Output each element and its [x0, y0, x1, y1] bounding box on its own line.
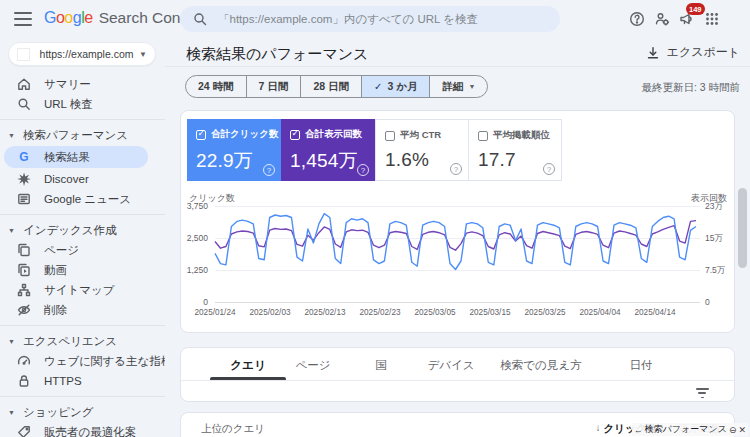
sidebar-item-label: ページ [44, 243, 79, 258]
divider [181, 380, 734, 381]
performance-line-chart[interactable] [215, 206, 696, 302]
url-inspect-input[interactable] [218, 13, 548, 25]
help-icon[interactable] [626, 8, 648, 30]
sidebar-item-label: 動画 [44, 263, 67, 278]
sidebar-item-label: サマリー [44, 77, 91, 92]
checkbox-unchecked-icon[interactable] [478, 131, 488, 141]
range-28d[interactable]: 28 日間 [300, 76, 361, 97]
range-24h[interactable]: 24 時間 [186, 76, 246, 97]
logo-letter: G [44, 9, 56, 27]
sidebar-item-summary[interactable]: サマリー [0, 74, 165, 94]
property-favicon [17, 48, 30, 61]
sidebar-item-label: 削除 [44, 303, 67, 318]
sidebar-item-label: ウェブに関する主な指標 [44, 354, 165, 369]
checkbox-checked-icon[interactable] [290, 130, 300, 140]
metric-total-impressions[interactable]: 合計表示回数 1,454万 ? [281, 119, 375, 181]
status-overlay-label: 検索パフォーマンス [645, 423, 727, 436]
logo-letter: o [64, 9, 72, 27]
help-icon[interactable]: ? [263, 164, 275, 176]
sidebar-nav: サマリー URL 検査 ▼ 検索パフォーマンス G 検索結果 Discover … [0, 74, 165, 437]
range-3mo[interactable]: ✓3 か月 [361, 76, 429, 97]
sidebar-item-label: Google ニュース [44, 192, 131, 207]
sidebar-item-discover[interactable]: Discover [0, 169, 165, 189]
range-custom[interactable]: 詳細▼ [429, 76, 487, 97]
chevron-down-icon: ▼ [8, 409, 15, 416]
sidebar-section-experience[interactable]: ▼ エクスペリエンス [0, 331, 165, 351]
notification-badge: 149 [686, 3, 705, 15]
sidebar-item-https[interactable]: HTTPS [0, 371, 165, 391]
help-icon[interactable]: ? [450, 163, 462, 175]
x-tick: 2025/02/23 [360, 308, 401, 317]
close-icon[interactable]: ✕ [738, 425, 746, 435]
export-button[interactable]: エクスポート [645, 44, 740, 61]
sidebar-section-indexing[interactable]: ▼ インデックス作成 [0, 220, 165, 240]
filter-icon[interactable] [694, 386, 710, 400]
divider [0, 325, 165, 326]
metric-average-ctr[interactable]: 平均 CTR 1.6% ? [375, 119, 469, 181]
back-arrow-icon[interactable]: ← [634, 425, 643, 435]
sidebar-section-performance[interactable]: ▼ 検索パフォーマンス [0, 125, 165, 145]
vertical-scrollbar-thumb[interactable] [738, 188, 747, 268]
help-icon[interactable]: ? [357, 164, 369, 176]
tab-devices[interactable]: デバイス [427, 358, 474, 373]
tab-search-appearance[interactable]: 検索での見え方 [500, 358, 581, 373]
metric-average-position[interactable]: 平均掲載順位 17.7 ? [468, 119, 562, 181]
sidebar-item-url-inspection[interactable]: URL 検査 [0, 94, 165, 114]
video-icon [16, 262, 32, 278]
tab-countries[interactable]: 国 [375, 358, 387, 373]
metric-total-clicks[interactable]: 合計クリック数 22.9万 ? [187, 119, 281, 181]
sidebar-item-removals[interactable]: 削除 [0, 300, 165, 320]
checkbox-unchecked-icon[interactable] [385, 131, 395, 141]
property-selector[interactable]: https://example.com ▼ [8, 42, 156, 66]
menu-icon[interactable] [14, 12, 32, 26]
sitemap-icon [16, 282, 32, 298]
metric-tiles: 合計クリック数 22.9万 ? 合計表示回数 1,454万 ? 平均 CTR 1… [187, 119, 562, 181]
sidebar-section-shopping[interactable]: ▼ ショッピング [0, 402, 165, 422]
divider [0, 396, 165, 397]
sidebar-item-label: 販売者の最適化案 [44, 425, 136, 437]
url-inspect-searchbar[interactable] [180, 6, 560, 32]
checkbox-checked-icon[interactable] [196, 130, 206, 140]
metric-label: 合計クリック数 [211, 128, 278, 141]
sidebar-item-sitemaps[interactable]: サイトマップ [0, 280, 165, 300]
y-tick-left: 2,500 [181, 233, 208, 243]
sidebar: https://example.com ▼ サマリー URL 検査 ▼ 検索パフ… [0, 38, 165, 437]
x-tick: 2025/02/03 [250, 308, 291, 317]
x-tick: 2025/04/14 [635, 308, 676, 317]
sidebar-item-search-results[interactable]: G 検索結果 [4, 146, 148, 168]
download-icon [645, 45, 661, 61]
sidebar-item-videos[interactable]: 動画 [0, 260, 165, 280]
home-icon [16, 76, 32, 92]
user-settings-icon[interactable] [651, 8, 673, 30]
search-icon [192, 11, 208, 27]
y-tick-right: 23万 [705, 201, 723, 213]
divider [0, 119, 165, 120]
last-updated: 最終更新日: 3 時間前 [641, 81, 740, 95]
sidebar-item-pages[interactable]: ページ [0, 240, 165, 260]
discover-icon [16, 171, 32, 187]
sidebar-item-core-web-vitals[interactable]: ウェブに関する主な指標 [0, 351, 165, 371]
divider [165, 66, 750, 67]
metric-label: 平均掲載順位 [493, 129, 550, 142]
range-7d[interactable]: 7 日間 [246, 76, 301, 97]
dimension-tabs-card: クエリ ページ 国 デバイス 検索での見え方 日付 [180, 347, 735, 402]
help-icon[interactable]: ? [543, 163, 555, 175]
minus-circle-icon[interactable]: ⊖ [729, 425, 737, 435]
chevron-down-icon: ▼ [8, 338, 15, 345]
tab-dates[interactable]: 日付 [630, 358, 653, 373]
check-icon: ✓ [374, 81, 382, 92]
table-header-top-queries: 上位のクエリ [201, 422, 265, 436]
x-tick: 2025/04/04 [580, 308, 621, 317]
tab-pages[interactable]: ページ [295, 358, 330, 373]
sidebar-item-merchant-opportunities[interactable]: 販売者の最適化案 [0, 422, 165, 437]
tab-queries[interactable]: クエリ [230, 358, 265, 373]
sidebar-section-label: インデックス作成 [23, 223, 117, 238]
chevron-down-icon: ▼ [139, 50, 147, 59]
logo-letter: g [73, 9, 81, 27]
pages-icon [16, 242, 32, 258]
sidebar-item-google-news[interactable]: Google ニュース [0, 189, 165, 209]
chevron-down-icon: ▼ [8, 227, 15, 234]
y-tick-left: 0 [181, 297, 208, 307]
lock-icon [16, 373, 32, 389]
date-range-control: 24 時間 7 日間 28 日間 ✓3 か月 詳細▼ [185, 75, 488, 98]
